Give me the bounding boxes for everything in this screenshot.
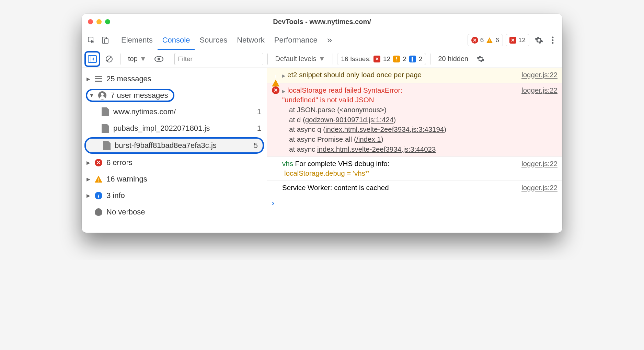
file-icon bbox=[102, 107, 109, 116]
file-icon bbox=[102, 124, 109, 133]
clear-console-icon[interactable] bbox=[102, 52, 116, 66]
separator bbox=[170, 54, 170, 65]
bug-icon bbox=[95, 208, 102, 216]
console-sidebar: ▶ 25 messages ▼ 7 user messages www.nyti… bbox=[82, 68, 267, 233]
separator bbox=[120, 54, 120, 65]
tabbar-error-warning-badge[interactable]: ✕6 6 bbox=[468, 34, 503, 46]
svg-point-3 bbox=[552, 36, 554, 38]
svg-point-13 bbox=[101, 93, 104, 96]
sidebar-file-item-selected[interactable]: burst-f9baff81bad8ea7efa3c.js 5 bbox=[84, 137, 264, 154]
issue-warning-icon: ! bbox=[393, 56, 400, 62]
tab-console[interactable]: Console bbox=[158, 30, 195, 50]
highlight-sidebar-toggle bbox=[84, 51, 100, 67]
devtools-window: DevTools - www.nytimes.com/ Elements Con… bbox=[82, 14, 562, 233]
error-icon: ✕ bbox=[95, 159, 102, 166]
console-prompt[interactable]: › bbox=[267, 195, 562, 211]
sidebar-verbose[interactable]: No verbose bbox=[82, 204, 267, 220]
warning-icon bbox=[486, 37, 493, 43]
log-levels-selector[interactable]: Default levels ▼ bbox=[272, 54, 329, 64]
sidebar-warnings[interactable]: ▶ 16 warnings bbox=[82, 171, 267, 187]
svg-point-11 bbox=[158, 58, 160, 60]
live-expression-icon[interactable] bbox=[152, 52, 166, 66]
close-window-button[interactable] bbox=[88, 19, 93, 24]
sidebar-file-item[interactable]: www.nytimes.com/ 1 bbox=[82, 104, 267, 120]
minimize-window-button[interactable] bbox=[96, 19, 102, 24]
expand-icon: ▶ bbox=[86, 193, 91, 198]
warning-icon bbox=[272, 70, 279, 81]
stack-trace: at JSON.parse (<anonymous>) at d (godzow… bbox=[272, 105, 557, 154]
sidebar-file-item[interactable]: pubads_impl_2022071801.js 1 bbox=[82, 120, 267, 137]
user-icon bbox=[98, 91, 106, 100]
stack-link[interactable]: index.html.svelte-2eef3934.js:3:43194 bbox=[325, 125, 444, 133]
issues-summary[interactable]: 16 Issues: ✕12 !2 ❚2 bbox=[337, 53, 426, 65]
console-toolbar: top ▼ Default levels ▼ 16 Issues: ✕12 !2… bbox=[82, 50, 562, 68]
titlebar: DevTools - www.nytimes.com/ bbox=[82, 14, 562, 30]
svg-point-4 bbox=[552, 39, 554, 41]
log-entry-error[interactable]: ✕ localStorage read failed SyntaxError:"… bbox=[267, 83, 562, 157]
stack-link[interactable]: index.html.svelte-2eef3934.js:3:44023 bbox=[317, 145, 436, 153]
error-icon: ✕ bbox=[471, 37, 478, 44]
stack-link[interactable]: godzown-9010971d.js:1:424 bbox=[305, 116, 394, 124]
highlight-user-messages: ▼ 7 user messages bbox=[86, 89, 174, 102]
separator bbox=[114, 35, 114, 46]
source-link[interactable]: logger.js:22 bbox=[517, 85, 557, 105]
tab-elements[interactable]: Elements bbox=[116, 30, 158, 50]
extension-error-icon: ✕ bbox=[509, 37, 516, 44]
error-icon: ✕ bbox=[272, 85, 279, 105]
stack-link[interactable]: /index 1 bbox=[356, 135, 381, 143]
execution-context-selector[interactable]: top ▼ bbox=[125, 54, 150, 64]
device-toolbar-icon[interactable] bbox=[98, 33, 112, 47]
console-settings-icon[interactable] bbox=[474, 52, 487, 66]
expand-icon[interactable] bbox=[282, 86, 287, 94]
sidebar-user-messages[interactable]: ▼ 7 user messages bbox=[82, 87, 267, 104]
inspect-element-icon[interactable] bbox=[84, 33, 98, 47]
svg-point-5 bbox=[552, 42, 554, 44]
source-link[interactable]: logger.js:22 bbox=[517, 183, 557, 193]
messages-icon bbox=[95, 76, 102, 82]
expand-icon: ▶ bbox=[86, 160, 91, 165]
hidden-count[interactable]: 20 hidden bbox=[435, 54, 472, 64]
console-filter-input[interactable] bbox=[174, 53, 263, 65]
expand-icon: ▶ bbox=[86, 76, 91, 82]
source-link[interactable]: logger.js:22 bbox=[517, 159, 557, 169]
source-link[interactable]: logger.js:22 bbox=[517, 70, 557, 81]
window-controls bbox=[82, 19, 110, 24]
tab-sources[interactable]: Sources bbox=[195, 30, 232, 50]
settings-icon[interactable] bbox=[532, 33, 546, 47]
tab-performance[interactable]: Performance bbox=[269, 30, 322, 50]
warning-icon bbox=[95, 176, 102, 183]
issue-error-icon: ✕ bbox=[373, 56, 380, 62]
sidebar-errors[interactable]: ▶ ✕ 6 errors bbox=[82, 154, 267, 171]
more-tabs-button[interactable]: » bbox=[322, 30, 337, 50]
svg-rect-2 bbox=[105, 39, 108, 43]
tab-network[interactable]: Network bbox=[232, 30, 269, 50]
chevron-down-icon: ▼ bbox=[319, 55, 325, 63]
zoom-window-button[interactable] bbox=[105, 19, 110, 24]
expand-icon[interactable] bbox=[282, 71, 287, 79]
sidebar-all-messages[interactable]: ▶ 25 messages bbox=[82, 71, 267, 87]
svg-line-9 bbox=[107, 57, 111, 61]
log-entry-info[interactable]: vhs For complete VHS debug info: logger.… bbox=[267, 157, 562, 181]
info-icon: i bbox=[95, 192, 102, 199]
sidebar-info[interactable]: ▶ i 3 info bbox=[82, 187, 267, 204]
kebab-menu-icon[interactable] bbox=[546, 33, 560, 47]
separator bbox=[333, 54, 333, 65]
log-entry-warning[interactable]: et2 snippet should only load once per pa… bbox=[267, 68, 562, 83]
separator bbox=[430, 54, 430, 65]
tabbar-extension-badge[interactable]: ✕12 bbox=[506, 34, 529, 46]
console-sidebar-toggle-icon[interactable] bbox=[86, 53, 99, 65]
main-tabbar: Elements Console Sources Network Perform… bbox=[82, 30, 562, 50]
console-log-list: et2 snippet should only load once per pa… bbox=[267, 68, 562, 233]
console-body: ▶ 25 messages ▼ 7 user messages www.nyti… bbox=[82, 68, 562, 233]
window-title: DevTools - www.nytimes.com/ bbox=[82, 18, 562, 26]
separator bbox=[267, 54, 268, 65]
issue-info-icon: ❚ bbox=[409, 56, 416, 62]
expand-icon: ▶ bbox=[86, 176, 91, 182]
collapse-icon: ▼ bbox=[89, 93, 94, 98]
file-icon bbox=[103, 141, 111, 150]
log-entry-info[interactable]: Service Worker: content is cached logger… bbox=[267, 181, 562, 195]
chevron-down-icon: ▼ bbox=[140, 55, 147, 63]
